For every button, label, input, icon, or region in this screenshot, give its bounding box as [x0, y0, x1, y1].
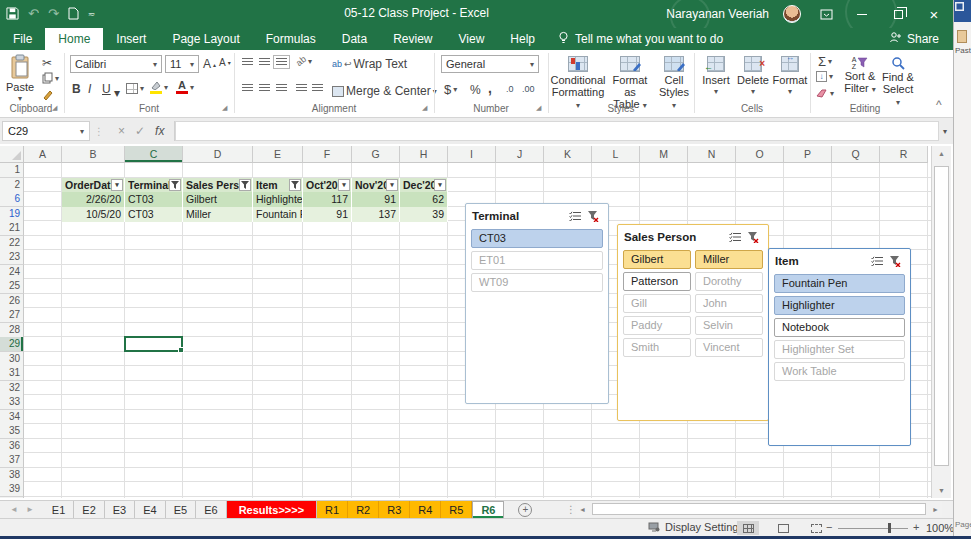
font-dialog-launcher[interactable]: ◢ — [222, 104, 227, 112]
copy-button[interactable]: ▾ — [42, 72, 59, 84]
zoom-slider[interactable] — [838, 528, 908, 529]
italic-button[interactable]: I — [88, 82, 91, 96]
column-header-Q[interactable]: Q — [832, 146, 880, 163]
horizontal-scroll-thumb[interactable] — [592, 503, 926, 515]
sheet-tab-r5[interactable]: R5 — [441, 501, 472, 518]
horizontal-scrollbar[interactable]: ◄ ► — [576, 501, 942, 517]
table-header-nov-20[interactable]: Nov'20▾ — [352, 178, 400, 193]
ribbon-tab-data[interactable]: Data — [329, 28, 380, 50]
table-header-oct-20[interactable]: Oct'20▾ — [303, 178, 352, 193]
sheet-tab-e4[interactable]: E4 — [135, 501, 165, 518]
formula-input[interactable] — [175, 121, 939, 141]
slicer-terminal[interactable]: TerminalCT03ET01WT09 — [465, 203, 609, 404]
comma-style-button[interactable]: , — [488, 80, 492, 96]
row-header-37[interactable]: 37 — [0, 453, 24, 468]
vertical-scroll-thumb[interactable] — [934, 166, 949, 466]
row-header-40[interactable]: 40 — [0, 497, 24, 499]
row-header-22[interactable]: 22 — [0, 236, 24, 251]
autosum-button[interactable]: Σ▾ — [816, 54, 832, 69]
decrease-decimal-button[interactable]: .00 — [522, 84, 535, 94]
multi-select-icon[interactable] — [726, 232, 744, 242]
table-header-terminal[interactable]: Terminal — [125, 178, 183, 193]
sheet-nav-left-icon[interactable]: ◄ — [10, 505, 18, 514]
increase-font-size-button[interactable]: A▴ — [203, 57, 216, 71]
borders-button[interactable]: ▾ — [126, 83, 144, 94]
sheet-tab-e6[interactable]: E6 — [196, 501, 226, 518]
table-header-item[interactable]: Item — [253, 178, 303, 193]
minimize-button[interactable] — [851, 4, 873, 24]
ribbon-display-options-icon[interactable] — [815, 4, 837, 24]
sheet-nav-right-icon[interactable]: ► — [26, 505, 34, 514]
column-header-G[interactable]: G — [352, 146, 400, 163]
namebox-splitter[interactable]: ⋮ — [90, 126, 108, 137]
column-header-H[interactable]: H — [400, 146, 448, 163]
table-header-orderdat[interactable]: OrderDat▾ — [62, 178, 125, 193]
zoom-level[interactable]: 100% — [926, 522, 954, 534]
table-header-sales-person[interactable]: Sales Person — [183, 178, 253, 193]
zoom-out-icon[interactable]: − — [826, 521, 832, 533]
slicer-item-dorothy[interactable]: Dorothy — [695, 272, 763, 291]
fill-color-button[interactable]: ▾ — [150, 81, 168, 94]
row-header-32[interactable]: 32 — [0, 381, 24, 396]
share-button[interactable]: Share — [889, 31, 939, 46]
clear-button[interactable]: ▾ — [816, 88, 834, 98]
expand-formula-bar-icon[interactable]: ▾ — [943, 127, 953, 136]
row-header-19[interactable]: 19 — [0, 207, 24, 222]
user-avatar[interactable] — [783, 5, 801, 23]
column-header-C[interactable]: C — [125, 146, 183, 163]
restore-button[interactable] — [887, 4, 909, 24]
filter-dropdown-icon[interactable]: ▾ — [111, 179, 123, 191]
delete-cells-button[interactable]: × Delete▾ — [736, 56, 770, 98]
sheet-tab-r4[interactable]: R4 — [410, 501, 441, 518]
normal-view-button[interactable] — [737, 521, 759, 535]
ribbon-tab-view[interactable]: View — [446, 28, 498, 50]
scroll-left-icon[interactable]: ◄ — [576, 506, 589, 513]
slicer-item-work-table[interactable]: Work Table — [774, 362, 905, 381]
sheet-tab-e1[interactable]: E1 — [44, 501, 74, 518]
number-format-select[interactable]: General▾ — [441, 55, 539, 73]
column-header-J[interactable]: J — [496, 146, 544, 163]
filter-funnel-icon[interactable] — [239, 179, 251, 191]
filter-dropdown-icon[interactable]: ▾ — [386, 179, 398, 191]
row-header-28[interactable]: 28 — [0, 323, 24, 338]
fill-button[interactable]: ↓ ▾ — [816, 71, 833, 82]
zoom-in-icon[interactable]: + — [913, 521, 919, 533]
tell-me-box[interactable]: Tell me what you want to do — [548, 28, 733, 50]
slicer-item-fountain-pen[interactable]: Fountain Pen — [774, 274, 905, 293]
column-header-I[interactable]: I — [448, 146, 496, 163]
number-dialog-launcher[interactable]: ◢ — [536, 104, 541, 112]
slicer-item-paddy[interactable]: Paddy — [623, 316, 691, 335]
page-layout-view-button[interactable] — [772, 521, 794, 535]
display-settings-button[interactable]: Display Settings — [648, 521, 744, 533]
column-header-N[interactable]: N — [688, 146, 736, 163]
clear-filter-icon[interactable] — [584, 211, 602, 222]
page-break-view-button[interactable] — [805, 521, 827, 535]
row-header-33[interactable]: 33 — [0, 395, 24, 410]
accounting-format-button[interactable]: $▾ — [444, 82, 457, 97]
font-color-button[interactable]: A ▾ — [176, 80, 194, 94]
slicer-item-miller[interactable]: Miller — [695, 250, 763, 269]
indent-buttons[interactable] — [296, 84, 323, 92]
row-header-1[interactable]: 1 — [0, 163, 24, 178]
slicer-item-gilbert[interactable]: Gilbert — [623, 250, 691, 269]
column-header-A[interactable]: A — [24, 146, 62, 163]
row-header-25[interactable]: 25 — [0, 279, 24, 294]
column-header-R[interactable]: R — [880, 146, 928, 163]
row-header-24[interactable]: 24 — [0, 265, 24, 280]
slicer-item-ct03[interactable]: CT03 — [471, 229, 603, 248]
slicer-item-highlighter[interactable]: Highlighter — [774, 296, 905, 315]
new-sheet-button[interactable]: + — [518, 503, 532, 517]
cut-button[interactable]: ✂ — [42, 56, 52, 70]
insert-function-icon[interactable]: fx — [155, 124, 164, 138]
user-name[interactable]: Narayanan Veeriah — [666, 7, 769, 21]
row-header-2[interactable]: 2 — [0, 178, 24, 193]
table-header-dec-20[interactable]: Dec'20▾ — [400, 178, 448, 193]
column-header-P[interactable]: P — [784, 146, 832, 163]
ribbon-tab-page-layout[interactable]: Page Layout — [159, 28, 252, 50]
column-header-E[interactable]: E — [253, 146, 303, 163]
row-header-39[interactable]: 39 — [0, 482, 24, 497]
row-header-29[interactable]: 29 — [0, 337, 24, 352]
background-window-sliver[interactable]: Past Page — [953, 0, 971, 539]
find-select-button[interactable]: Find & Select ▾ — [880, 56, 916, 109]
close-button[interactable]: × — [923, 4, 945, 24]
